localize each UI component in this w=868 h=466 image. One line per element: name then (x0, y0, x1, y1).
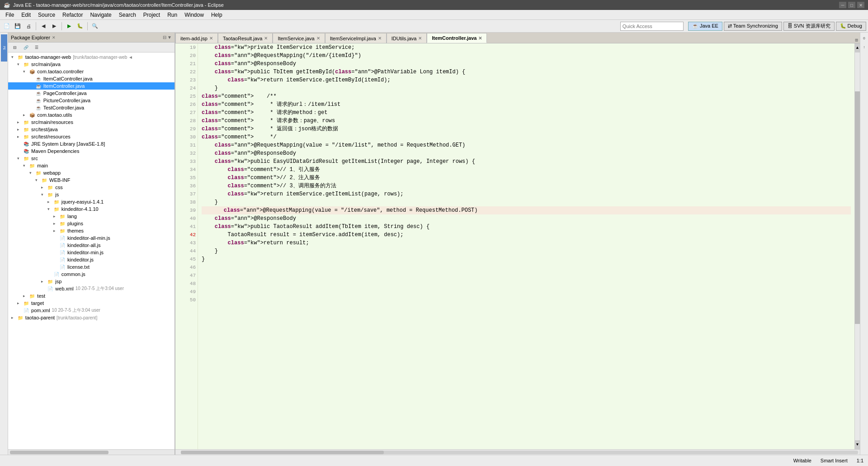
perspective-team-sync[interactable]: ⇄ Team Synchronizing (724, 22, 782, 31)
tree-item-15[interactable]: ▾📁main (8, 162, 175, 169)
tree-item-29[interactable]: 📄license.txt (8, 263, 175, 271)
back-button[interactable]: ◀ (38, 21, 48, 31)
tab-item-service[interactable]: ItemService.java ✕ (273, 33, 325, 43)
pe-link-editor[interactable]: 🔗 (21, 43, 31, 52)
scroll-thumb[interactable] (855, 91, 860, 324)
tree-arrow (17, 308, 23, 313)
tree-item-16[interactable]: ▾📁webapp (8, 169, 175, 176)
tree-item-21[interactable]: ▾📁kindeditor-4.1.10 (8, 205, 175, 213)
tab-item-service-impl[interactable]: ItemServiceImpl.java ✕ (325, 33, 387, 43)
tree-item-34[interactable]: ▸📁target (8, 300, 175, 307)
pe-collapse-all[interactable]: ⊟ (10, 43, 20, 52)
save-button[interactable]: 💾 (13, 21, 23, 31)
tree-item-26[interactable]: 📄kindeditor-all.js (8, 242, 175, 249)
tree-item-4[interactable]: ☕ItemController.java (8, 82, 175, 90)
close-button[interactable]: ✕ (857, 2, 864, 8)
pe-hscroll[interactable] (8, 449, 175, 455)
menu-project[interactable]: Project (140, 11, 164, 19)
maximize-editor-icon[interactable]: ⊞ (855, 37, 858, 43)
menu-search[interactable]: Search (115, 11, 140, 19)
menu-help[interactable]: Help (208, 11, 226, 19)
hscroll-track[interactable] (181, 451, 858, 454)
menu-edit[interactable]: Edit (18, 11, 34, 19)
quick-access-input[interactable] (620, 22, 684, 31)
scroll-up-btn[interactable]: ▲ (855, 43, 860, 52)
tab-close-icon[interactable]: ✕ (478, 36, 482, 41)
menu-run[interactable]: Run (164, 11, 181, 19)
scroll-track[interactable] (855, 52, 860, 440)
tree-item-28[interactable]: 📄kindeditor.js (8, 256, 175, 263)
tree-item-12[interactable]: 📚JRE System Library [JavaSE-1.8] (8, 140, 175, 147)
tab-close-icon[interactable]: ✕ (316, 36, 320, 41)
tree-item-27[interactable]: 📄kindeditor-min.js (8, 249, 175, 256)
tree-item-5[interactable]: ☕PageController.java (8, 90, 175, 97)
problems-icon[interactable]: ! (861, 43, 868, 51)
tab-close-icon[interactable]: ✕ (378, 36, 382, 41)
tree-item-33[interactable]: ▸📁test (8, 292, 175, 300)
maximize-button[interactable]: □ (848, 2, 855, 8)
tree-label: kindeditor-4.1.10 (61, 206, 99, 212)
tab-item-controller[interactable]: ItemController.java ✕ (427, 33, 487, 43)
tree-item-22[interactable]: ▸📁lang (8, 213, 175, 220)
tree-item-7[interactable]: ☕TestController.java (8, 104, 175, 111)
tree-item-3[interactable]: ☕ItemCatController.java (8, 75, 175, 82)
perspective-javaee[interactable]: ☕ Java EE (688, 22, 722, 31)
tree-item-31[interactable]: ▸📁jsp (8, 278, 175, 285)
tree-item-10[interactable]: ▸📁src/test/java (8, 126, 175, 133)
editor-area: item-add.jsp ✕ TaotaoResult.java ✕ ItemS… (175, 33, 860, 455)
outline-icon[interactable]: O (861, 34, 868, 42)
pe-menu-icon[interactable]: ▼ (167, 35, 172, 40)
tree-item-2[interactable]: ▾📦com.taotao.controller (8, 68, 175, 75)
forward-button[interactable]: ▶ (49, 21, 59, 31)
menu-source[interactable]: Source (34, 11, 59, 19)
tab-item-add-jsp[interactable]: item-add.jsp ✕ (175, 33, 218, 43)
tree-item-30[interactable]: 📄common.js (8, 271, 175, 278)
tree-item-6[interactable]: ☕PictureController.java (8, 97, 175, 104)
line-number-33: 33 (177, 157, 196, 166)
menu-file[interactable]: File (2, 11, 18, 19)
pe-hscroll-thumb[interactable] (10, 451, 108, 454)
tree-item-20[interactable]: ▸📁jquery-easyui-1.4.1 (8, 198, 175, 205)
scroll-down-btn[interactable]: ▼ (855, 440, 860, 449)
tree-item-1[interactable]: ▾📁src/main/java (8, 61, 175, 68)
editor-hscroll[interactable] (175, 449, 860, 455)
print-button[interactable]: 🖨 (24, 21, 33, 31)
code-content[interactable]: class="kw">private ItemService itemServi… (198, 43, 854, 449)
tab-idutils[interactable]: IDUtils.java ✕ (387, 33, 427, 43)
perspective-svn[interactable]: 🗄 SVN 资源库研究 (783, 22, 835, 31)
tree-item-24[interactable]: ▸📁themes (8, 227, 175, 234)
tree-item-23[interactable]: ▸📁plugins (8, 220, 175, 227)
tree-item-25[interactable]: 📄kindeditor-all-min.js (8, 234, 175, 242)
tree-item-8[interactable]: ▸📦com.taotao.utils (8, 111, 175, 119)
tree-item-18[interactable]: ▸📁css (8, 184, 175, 191)
new-button[interactable]: 📄 (2, 21, 12, 31)
run-button[interactable]: ▶ (64, 21, 74, 31)
tree-item-36[interactable]: ▸📁taotao-parent[trunk/taotao-parent] (8, 314, 175, 321)
editor-vscroll[interactable]: ▲ ▼ (854, 43, 860, 449)
tree-item-32[interactable]: 📄web.xml10 20-7-5 上午3:04 user (8, 285, 175, 292)
menu-refactor[interactable]: Refactor (59, 11, 86, 19)
tree-item-17[interactable]: ▾📁WEB-INF (8, 176, 175, 184)
minimize-button[interactable]: ─ (839, 2, 846, 8)
tree-item-11[interactable]: ▸📁src/test/resources (8, 133, 175, 140)
tree-item-9[interactable]: ▸📁src/main/resources (8, 119, 175, 126)
pe-menu[interactable]: ☰ (32, 43, 42, 52)
tree-item-13[interactable]: 📚Maven Dependencies (8, 147, 175, 155)
line-number-36: 36 (177, 182, 196, 190)
tab-close-icon[interactable]: ✕ (264, 36, 268, 41)
tree-item-19[interactable]: ▾📁js (8, 191, 175, 198)
menu-window[interactable]: Window (181, 11, 208, 19)
hscroll-thumb[interactable] (181, 451, 384, 454)
search-button[interactable]: 🔍 (90, 21, 100, 31)
tab-close-icon[interactable]: ✕ (209, 36, 213, 41)
tree-item-14[interactable]: ▾📁src (8, 155, 175, 162)
perspective-debug[interactable]: 🐛 Debug (836, 22, 866, 31)
tree-item-0[interactable]: ▾📁taotao-manager-web[trunk/taotao-manage… (8, 53, 175, 61)
tree-item-35[interactable]: 📄pom.xml10 20-7-5 上午3:04 user (8, 307, 175, 314)
menu-navigate[interactable]: Navigate (86, 11, 115, 19)
debug-button[interactable]: 🐛 (75, 21, 85, 31)
tab-taotao-result[interactable]: TaotaoResult.java ✕ (218, 33, 273, 43)
package-explorer-icon[interactable]: PE (1, 34, 7, 62)
pe-collapse-icon[interactable]: ⊟ (163, 35, 166, 40)
tab-close-icon[interactable]: ✕ (418, 36, 422, 41)
